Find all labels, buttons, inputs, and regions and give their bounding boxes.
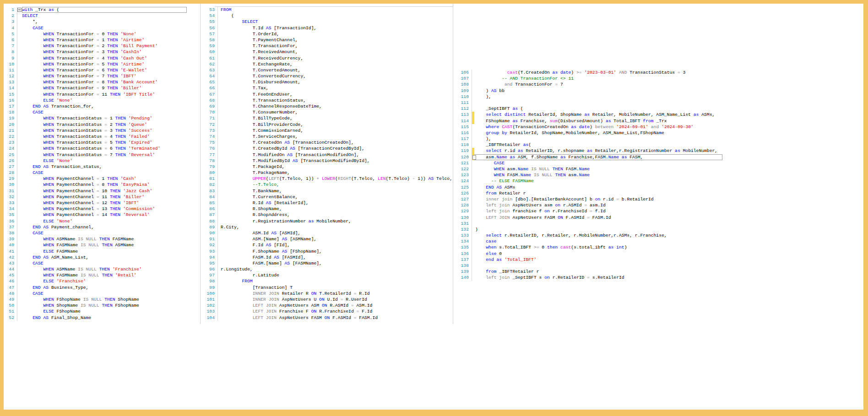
code-line-38[interactable]: 38 CASE bbox=[5, 230, 187, 236]
code-line-61[interactable]: 61 T.ReceivedCurrency, bbox=[201, 55, 453, 61]
code-line-body[interactable]: ), bbox=[472, 94, 722, 100]
code-line-body[interactable]: from _IBFTRetailer r bbox=[472, 269, 722, 275]
code-line-118[interactable]: 118 _IBFTRetailer as( bbox=[454, 142, 722, 148]
code-line-body[interactable]: WHEN TransactionFor = 1 THEN 'Airtime' bbox=[17, 37, 187, 43]
code-line-body[interactable]: T.TransactionFor, bbox=[218, 43, 453, 49]
code-line-116[interactable]: 116 group by RetailerId, ShopName,Mobile… bbox=[454, 130, 722, 136]
code-text[interactable]: ELSE FASMName bbox=[22, 249, 187, 254]
code-text[interactable]: --T.Telco, bbox=[221, 182, 453, 188]
code-line-101[interactable]: 101 INNER JOIN AspNetUsers U ON U.Id = R… bbox=[201, 297, 453, 303]
code-line-88[interactable]: 88 r.RegistrationNumber as MobileNumber, bbox=[201, 218, 453, 224]
code-line-41[interactable]: 41 ELSE FASMName bbox=[5, 249, 187, 254]
code-pane-middle[interactable]: 53FROM54 (55 SELECT56 T.Id AS [Transacti… bbox=[200, 4, 453, 324]
code-line-body[interactable]: r.Latitude bbox=[218, 272, 453, 278]
code-text[interactable]: group by RetailerId, ShopName,MobileNumb… bbox=[475, 130, 722, 136]
code-line-75[interactable]: 75 T.CreatedOn AS [TransactionCreatedOn]… bbox=[201, 140, 453, 146]
code-text[interactable]: WHEN PaymentChannel = 8 THEN 'EasyPaisa' bbox=[22, 182, 187, 188]
code-line-body[interactable]: CASE bbox=[17, 260, 187, 266]
code-line-body[interactable]: -- ELSE FASMName bbox=[472, 178, 722, 184]
code-line-body[interactable]: ASM.Id AS [ASMId], bbox=[218, 230, 453, 236]
code-text[interactable]: T.DisbursedAmount, bbox=[221, 79, 453, 85]
code-text[interactable]: FShopName as Franchise, sum(DisbursedAmo… bbox=[475, 118, 722, 124]
code-line-8[interactable]: 8 WHEN TransactionFor = 3 THEN 'CashIn' bbox=[5, 49, 187, 55]
code-line-body[interactable]: WHEN FASMName IS NULL THEN 'Retail' bbox=[17, 272, 187, 278]
code-text[interactable]: and TransactionFor = 7 bbox=[475, 81, 722, 87]
code-line-58[interactable]: 58 T.PaymentChannel, bbox=[201, 37, 453, 43]
code-line-94[interactable]: 94 FASM.Id AS [FASMId], bbox=[201, 254, 453, 260]
code-line-92[interactable]: 92 F.Id AS [FId], bbox=[201, 242, 453, 248]
code-line-70[interactable]: 70 T.ConsumerNumber, bbox=[201, 109, 453, 115]
code-text[interactable]: WHEN FASMName IS NULL THEN 'Retail' bbox=[22, 272, 187, 278]
code-line-6[interactable]: 6 WHEN TransactionFor = 1 THEN 'Airtime' bbox=[5, 37, 187, 43]
code-text[interactable]: WHEN asm.Name IS NULL THEN FASM.Name bbox=[475, 166, 722, 172]
code-text[interactable]: LEFT JOIN AspNetUsers FASM ON F.ASMId = … bbox=[221, 315, 453, 321]
code-text[interactable]: T.ConsumerNumber, bbox=[221, 109, 453, 115]
code-text[interactable]: inner join [dbo].[RetailerBankAccount] b… bbox=[475, 196, 722, 202]
code-text[interactable]: CASE bbox=[22, 260, 187, 266]
code-line-body[interactable]: asm.Name as ASM, f.ShopName as Franchise… bbox=[472, 154, 722, 160]
code-line-body[interactable]: FROM bbox=[218, 7, 453, 13]
code-line-84[interactable]: 84 T.CurrentBalance, bbox=[201, 194, 453, 200]
code-text[interactable]: WHEN TransactionFor = 8 THEN 'Bank Accou… bbox=[22, 79, 187, 85]
code-line-body[interactable]: FROM bbox=[218, 278, 453, 284]
code-text[interactable]: else 0 bbox=[475, 251, 722, 257]
code-line-73[interactable]: 73 T.CommissionEarned, bbox=[201, 128, 453, 134]
code-line-131[interactable]: 131 bbox=[454, 221, 722, 227]
code-text[interactable]: WHEN TransactionStatus = 1 THEN 'Pending… bbox=[22, 115, 187, 121]
code-text[interactable]: case bbox=[475, 238, 722, 244]
code-line-133[interactable]: 133 select r.RetailerID, r.Retailer, r.M… bbox=[454, 232, 722, 238]
code-line-78[interactable]: 78 T.ModifiedById AS [TransactionModifie… bbox=[201, 158, 453, 164]
code-line-body[interactable]: T.ConsumerNumber, bbox=[218, 109, 453, 115]
code-line-body[interactable]: WHEN PaymentChannel = 12 THEN 'IBFT' bbox=[17, 200, 187, 206]
code-line-body[interactable]: F.ShopName AS [FShopName], bbox=[218, 249, 453, 254]
code-line-134[interactable]: 134 case bbox=[454, 238, 722, 244]
code-text[interactable]: ( bbox=[221, 13, 453, 19]
code-line-51[interactable]: 51 ELSE FShopName bbox=[5, 308, 187, 314]
code-text[interactable]: ELSE 'None' bbox=[22, 97, 187, 103]
code-line-13[interactable]: 13 WHEN TransactionFor = 8 THEN 'Bank Ac… bbox=[5, 79, 187, 85]
code-text[interactable]: ASM.Id AS [ASMId], bbox=[221, 230, 453, 236]
code-line-body[interactable]: end as 'Total_IBFT' bbox=[472, 257, 722, 263]
code-line-body[interactable]: T.Tax, bbox=[218, 85, 453, 91]
code-text[interactable]: select r.RetailerID, r.Retailer, r.Mobil… bbox=[475, 232, 722, 238]
code-line-30[interactable]: 30 WHEN PaymentChannel = 8 THEN 'EasyPai… bbox=[5, 182, 187, 188]
code-text[interactable]: UPPER(LEFT(T.Telco, 1)) + LOWER(RIGHT(T.… bbox=[221, 176, 453, 182]
code-line-117[interactable]: 117 ), bbox=[454, 136, 722, 142]
code-text[interactable]: T.PackageName, bbox=[221, 170, 453, 176]
code-text[interactable]: T.TransactionFor, bbox=[221, 43, 453, 49]
code-text[interactable]: where CAST(TransactionCreatedOn as date)… bbox=[475, 124, 722, 130]
code-line-body[interactable]: T.ModifiedOn AS [TransactionModifiedOn], bbox=[218, 152, 453, 158]
code-text[interactable] bbox=[475, 263, 722, 269]
code-line-body[interactable]: WHEN TransactionFor = 9 THEN 'Biller' bbox=[17, 85, 187, 91]
code-text[interactable]: T.ConvertedCurrency, bbox=[221, 73, 453, 79]
code-line-136[interactable]: 136 else 0 bbox=[454, 251, 722, 257]
code-line-19[interactable]: 19 WHEN TransactionStatus = 1 THEN 'Pend… bbox=[5, 115, 187, 121]
code-text[interactable]: ELSE 'Franchise' bbox=[22, 278, 187, 284]
code-text[interactable]: CASE bbox=[475, 160, 722, 166]
code-text[interactable]: cast(T.CreatedOn as date) >= '2023-03-01… bbox=[475, 70, 722, 76]
code-text[interactable]: T.TransactionStatus, bbox=[221, 97, 453, 103]
code-line-46[interactable]: 46 ELSE 'Franchise' bbox=[5, 278, 187, 284]
code-line-body[interactable]: else 0 bbox=[472, 251, 722, 257]
code-line-body[interactable]: r.Longitude, bbox=[218, 266, 453, 272]
code-line-body[interactable]: T.BankName, bbox=[218, 188, 453, 194]
code-line-body[interactable]: WHEN TransactionFor = 6 THEN 'E-Wallet' bbox=[17, 67, 187, 73]
code-line-126[interactable]: 126 from Retailer r bbox=[454, 190, 722, 196]
code-text[interactable]: END AS Payment_channel, bbox=[22, 224, 187, 230]
code-line-body[interactable]: WHEN PaymentChannel = 13 THEN 'Commissio… bbox=[17, 206, 187, 212]
code-line-72[interactable]: 72 T.BillProviderCode, bbox=[201, 122, 453, 128]
code-text[interactable]: T.CommissionEarned, bbox=[221, 128, 453, 134]
code-line-body[interactable]: CASE bbox=[17, 25, 187, 31]
code-line-21[interactable]: 21 WHEN TransactionStatus = 3 THEN 'Succ… bbox=[5, 128, 187, 134]
code-text[interactable]: R.ShopName, bbox=[221, 206, 453, 212]
code-text[interactable]: CASE bbox=[22, 230, 187, 236]
code-line-16[interactable]: 16 ELSE 'None' bbox=[5, 97, 187, 103]
code-line-body[interactable]: WHEN TransactionFor = 8 THEN 'Bank Accou… bbox=[17, 79, 187, 85]
code-line-27[interactable]: 27 END AS Transaction_status, bbox=[5, 164, 187, 170]
code-text[interactable]: FROM bbox=[221, 278, 453, 284]
code-text[interactable]: WHEN PaymentChannel = 13 THEN 'Commissio… bbox=[22, 206, 187, 212]
code-text[interactable]: F.ShopName AS [FShopName], bbox=[221, 249, 453, 254]
code-text[interactable]: SELECT bbox=[221, 19, 453, 25]
code-text[interactable]: CASE bbox=[22, 291, 187, 297]
code-line-104[interactable]: 104 LEFT JOIN AspNetUsers FASM ON F.ASMI… bbox=[201, 315, 453, 321]
